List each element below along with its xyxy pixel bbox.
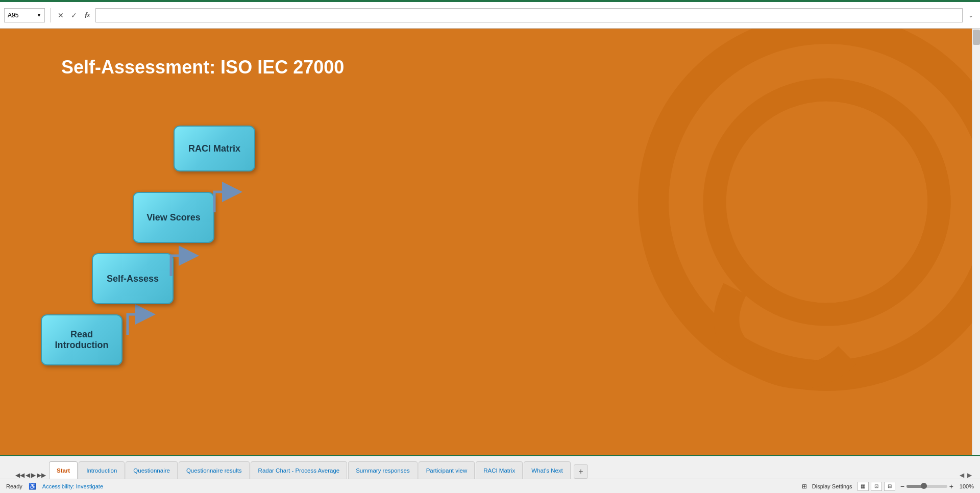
excel-top-bar: A95 ▼ ✕ ✓ fx ⌄ <box>0 2 980 29</box>
raci-matrix-button[interactable]: RACI Matrix <box>174 126 255 171</box>
page-break-icon[interactable]: ⊟ <box>884 482 895 491</box>
cell-ref-dropdown-icon[interactable]: ▼ <box>37 13 41 18</box>
tab-scroll-left[interactable]: ◀ <box>960 472 964 479</box>
display-settings-icon: ⊞ <box>802 483 807 490</box>
sheet-tabs-bar: ◀◀ ◀ ▶ ▶▶ Start Introduction Questionnai… <box>0 455 980 479</box>
status-right: ⊞ Display Settings ▦ ⊡ ⊟ − + 100% <box>802 482 974 491</box>
zoom-slider-thumb[interactable] <box>921 483 927 489</box>
self-assess-label: Self-Assess <box>107 274 159 284</box>
tab-whats-next[interactable]: What's Next <box>524 461 571 479</box>
read-introduction-button[interactable]: ReadIntroduction <box>41 314 122 365</box>
accessibility-status[interactable]: Accessibility: Investigate <box>42 483 103 489</box>
cell-ref-value: A95 <box>8 12 18 19</box>
tab-questionnaire-results[interactable]: Questionnaire results <box>179 461 250 479</box>
cancel-icon[interactable]: ✕ <box>56 10 66 20</box>
expand-formula-icon[interactable]: ⌄ <box>966 10 976 20</box>
zoom-controls: − + 100% <box>900 482 974 490</box>
view-icons-group: ▦ ⊡ ⊟ <box>857 482 895 491</box>
watermark-decoration <box>633 29 980 396</box>
tab-nav-next[interactable]: ▶ <box>31 472 36 479</box>
tab-nav-first[interactable]: ◀◀ <box>15 472 24 479</box>
tab-introduction[interactable]: Introduction <box>79 461 125 479</box>
page-layout-icon[interactable]: ⊡ <box>871 482 882 491</box>
display-settings-label[interactable]: Display Settings <box>812 483 852 489</box>
tab-summary-responses[interactable]: Summary responses <box>348 461 417 479</box>
status-left: Ready ♿ Accessibility: Investigate <box>6 483 103 490</box>
scrollbar-thumb[interactable] <box>973 30 980 45</box>
tab-nav-prev[interactable]: ◀ <box>26 472 30 479</box>
cell-reference-box[interactable]: A95 ▼ <box>4 8 45 22</box>
view-scores-label: View Scores <box>146 212 201 223</box>
arrow-3 <box>207 177 248 217</box>
tab-raci-matrix[interactable]: RACI Matrix <box>476 461 523 479</box>
zoom-level: 100% <box>955 483 974 489</box>
normal-view-icon[interactable]: ▦ <box>857 482 869 491</box>
accessibility-icon: ♿ <box>29 483 36 490</box>
tab-scroll-right[interactable]: ▶ <box>967 472 972 479</box>
vertical-scrollbar[interactable] <box>972 29 980 455</box>
arrow-1 <box>120 299 161 340</box>
read-introduction-label: ReadIntroduction <box>55 329 109 351</box>
zoom-out-icon[interactable]: − <box>900 482 904 490</box>
zoom-in-icon[interactable]: + <box>949 482 953 490</box>
tab-nav-last[interactable]: ▶▶ <box>37 472 46 479</box>
self-assess-button[interactable]: Self-Assess <box>92 253 174 304</box>
zoom-slider-track[interactable] <box>906 485 947 488</box>
status-bar: Ready ♿ Accessibility: Investigate ⊞ Dis… <box>0 479 980 493</box>
formula-bar[interactable] <box>95 8 963 22</box>
main-content-area: Self-Assessment: ISO IEC 27000 ReadIntro… <box>0 29 980 455</box>
add-sheet-button[interactable]: + <box>574 464 588 479</box>
tab-participant-view[interactable]: Participant view <box>419 461 475 479</box>
function-icon[interactable]: fx <box>82 10 92 20</box>
view-scores-button[interactable]: View Scores <box>133 192 214 243</box>
confirm-icon[interactable]: ✓ <box>69 10 79 20</box>
tab-questionnaire[interactable]: Questionnaire <box>126 461 178 479</box>
tab-start[interactable]: Start <box>49 461 78 479</box>
raci-matrix-label: RACI Matrix <box>188 143 240 154</box>
tab-radar-chart[interactable]: Radar Chart - Process Average <box>251 461 348 479</box>
page-title: Self-Assessment: ISO IEC 27000 <box>61 57 344 78</box>
arrow-2 <box>163 240 204 281</box>
toolbar-separator-1 <box>50 8 51 22</box>
ready-status: Ready <box>6 483 22 489</box>
